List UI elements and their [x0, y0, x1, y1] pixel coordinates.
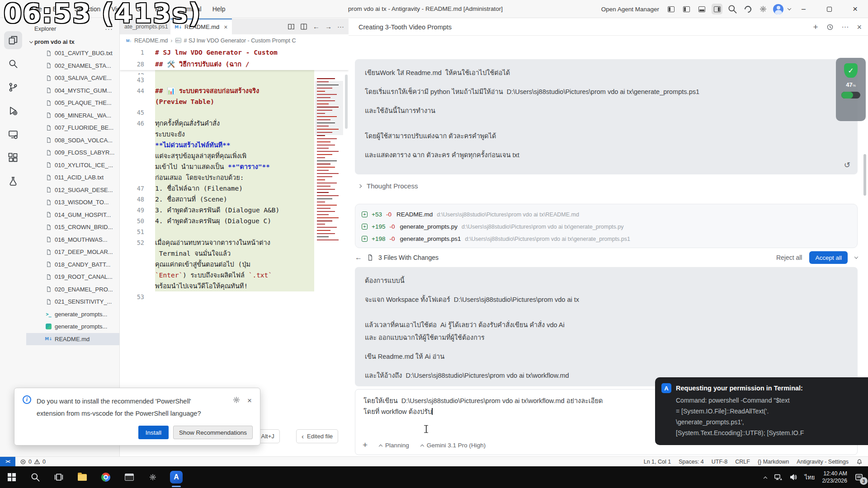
file-012-sugar-dese-[interactable]: 012_SUGAR_DESE...	[26, 184, 119, 197]
explorer-icon[interactable]	[4, 31, 22, 49]
file-generate-prompts-[interactable]: generate_prompts...	[26, 320, 119, 333]
mode-selector[interactable]: Planning	[379, 442, 409, 449]
notification-close-icon[interactable]: ×	[247, 396, 252, 405]
panel-scrollbar[interactable]	[863, 154, 866, 196]
settings-gear-icon[interactable]	[758, 4, 769, 14]
maximize-button[interactable]	[816, 0, 842, 18]
minimize-button[interactable]: –	[791, 0, 816, 18]
testing-icon[interactable]	[4, 172, 22, 190]
file-009-floss-labyr-[interactable]: 009_FLOSS_LABYR...	[26, 146, 119, 159]
search-icon[interactable]	[4, 55, 22, 73]
file-008-soda-volca-[interactable]: 008_SODA_VOLCA...	[26, 134, 119, 147]
more-actions-icon[interactable]: ···	[337, 23, 344, 30]
menu-help[interactable]: Help	[208, 4, 230, 14]
reject-all-button[interactable]: Reject all	[776, 254, 802, 261]
file-003-saliva-cave-[interactable]: 003_SALIVA_CAVE...	[26, 72, 119, 84]
file-015-crown-brid-[interactable]: 015_CROWN_BRID...	[26, 221, 119, 234]
model-selector[interactable]: Gemini 3.1 Pro (High)	[421, 442, 486, 449]
tab-close-icon[interactable]: ×	[224, 23, 227, 31]
chat-more-icon[interactable]: ···	[842, 23, 849, 31]
workspace-root-folder[interactable]: prom vdo ai tx	[26, 35, 119, 47]
extensions-icon[interactable]	[4, 149, 22, 167]
status-antigravity[interactable]: Antigravity - Settings	[797, 459, 849, 465]
remote-icon[interactable]	[4, 125, 22, 143]
toggle-right-panel-icon[interactable]	[712, 4, 722, 14]
install-button[interactable]: Install	[138, 426, 169, 439]
open-agent-manager-button[interactable]: Open Agent Manager	[601, 6, 659, 13]
file-007-fluoride-be-[interactable]: 007_FLUORIDE_BE...	[26, 122, 119, 134]
antigravity-app-icon[interactable]: A	[165, 466, 188, 488]
status-spaces[interactable]: Spaces: 4	[679, 459, 704, 465]
taskbar-search-icon[interactable]	[24, 466, 47, 488]
file-001-cavity-bug-txt[interactable]: 001_CAVITY_BUG.txt	[26, 47, 119, 60]
file-005-plaque-the-[interactable]: 005_PLAQUE_THE...	[26, 97, 119, 109]
file-017-deep-molar-[interactable]: 017_DEEP_MOLAR...	[26, 246, 119, 258]
change-row-generate_prompts.ps1[interactable]: + +198-0 generate_prompts.ps1d:\Users\sj…	[362, 233, 851, 245]
chrome-icon[interactable]	[94, 466, 118, 488]
editor-scrollbar[interactable]	[345, 75, 348, 129]
keyboard-language[interactable]: ไทย	[805, 473, 815, 482]
thought-process-row[interactable]: Thought Process	[359, 182, 418, 190]
accept-dropdown-icon[interactable]	[854, 255, 858, 258]
file-002-enamel-sta-[interactable]: 002_ENAMEL_STA...	[26, 60, 119, 72]
volume-icon[interactable]	[789, 473, 797, 481]
edited-file-chip[interactable]: ‹ Edited file	[296, 429, 338, 443]
file-006-mineral-wa-[interactable]: 006_MINERAL_WA...	[26, 109, 119, 122]
network-icon[interactable]	[774, 473, 782, 481]
widget-toggle[interactable]	[841, 92, 860, 99]
file-014-gum-hospit-[interactable]: 014_GUM_HOSPIT...	[26, 209, 119, 221]
task-view-icon[interactable]	[47, 466, 71, 488]
account-avatar[interactable]	[773, 4, 783, 14]
file-011-acid-lab-txt[interactable]: 011_ACID_LAB.txt	[26, 171, 119, 184]
attach-icon[interactable]: +	[363, 440, 368, 450]
change-row-readme.md[interactable]: + +53-0 README.mdd:\Users\sj88studio\Pic…	[362, 208, 851, 221]
source-control-icon[interactable]	[4, 78, 22, 96]
taskbar-settings-icon[interactable]	[141, 466, 165, 488]
file-013-wisdom-to-[interactable]: 013_WISDOM_TO...	[26, 196, 119, 209]
new-conversation-icon[interactable]: +	[813, 22, 818, 32]
status-ln[interactable]: Ln 1, Col 1	[644, 459, 671, 465]
accept-all-button[interactable]: Accept all	[809, 251, 848, 264]
change-row-generate_prompts.py[interactable]: + +195-0 generate_prompts.pyd:\Users\sj8…	[362, 221, 851, 233]
file-010-xylitol-ice-[interactable]: 010_XYLITOL_ICE_...	[26, 159, 119, 172]
show-recommendations-button[interactable]: Show Recommendations	[173, 426, 253, 439]
close-button[interactable]: ×	[842, 0, 868, 18]
agent-grid-icon[interactable]	[665, 4, 676, 14]
file-generate-prompts-[interactable]: >_generate_prompts...	[26, 308, 119, 321]
file-018-candy-batt-[interactable]: 018_CANDY_BATT...	[26, 258, 119, 271]
terminal-window-icon[interactable]	[118, 466, 141, 488]
minimap[interactable]	[315, 75, 343, 346]
open-changes-icon[interactable]	[288, 23, 295, 30]
chat-close-icon[interactable]: ×	[857, 23, 862, 32]
forward-icon[interactable]: →	[325, 23, 332, 30]
file-readme-md[interactable]: M↓README.md	[26, 333, 119, 346]
split-editor-icon[interactable]	[300, 23, 307, 30]
file-explorer-icon[interactable]	[71, 466, 94, 488]
tray-expand-icon[interactable]	[763, 477, 767, 480]
search-icon[interactable]	[727, 4, 738, 14]
error-count[interactable]: 0	[28, 459, 32, 465]
notification-center-icon[interactable]: 3	[854, 473, 863, 482]
breadcrumb[interactable]: M↓ README.md › abc # SJ lnw VDO Generato…	[120, 34, 349, 47]
status-[interactable]: {} Markdown	[758, 459, 789, 465]
start-button[interactable]	[0, 466, 24, 488]
back-icon[interactable]: ←	[313, 23, 320, 30]
toggle-left-panel-icon[interactable]	[681, 4, 692, 14]
run-debug-icon[interactable]	[4, 102, 22, 120]
toggle-bottom-panel-icon[interactable]	[696, 4, 707, 14]
file-004-mystic-gum-[interactable]: 004_MYSTIC_GUM...	[26, 84, 119, 97]
file-020-enamel-pro-[interactable]: 020_ENAMEL_PRO...	[26, 283, 119, 296]
status-crlf[interactable]: CRLF	[735, 459, 750, 465]
remote-indicator[interactable]: ><	[0, 457, 15, 467]
notification-settings-icon[interactable]	[233, 396, 240, 404]
history-icon[interactable]	[826, 23, 834, 31]
file-016-mouthwas-[interactable]: 016_MOUTHWAS...	[26, 234, 119, 246]
status-utf8[interactable]: UTF-8	[712, 459, 727, 465]
undo-icon[interactable]: ↺	[844, 160, 850, 170]
bell-icon[interactable]	[856, 459, 863, 465]
clock[interactable]: 12:40 AM 2/23/2026	[822, 470, 847, 484]
warning-count[interactable]: 0	[42, 459, 46, 465]
collapse-icon[interactable]: ←	[355, 253, 362, 262]
file-021-sensitivity-[interactable]: 021_SENSITIVITY_...	[26, 296, 119, 308]
file-019-root-canal-[interactable]: 019_ROOT_CANAL...	[26, 271, 119, 283]
